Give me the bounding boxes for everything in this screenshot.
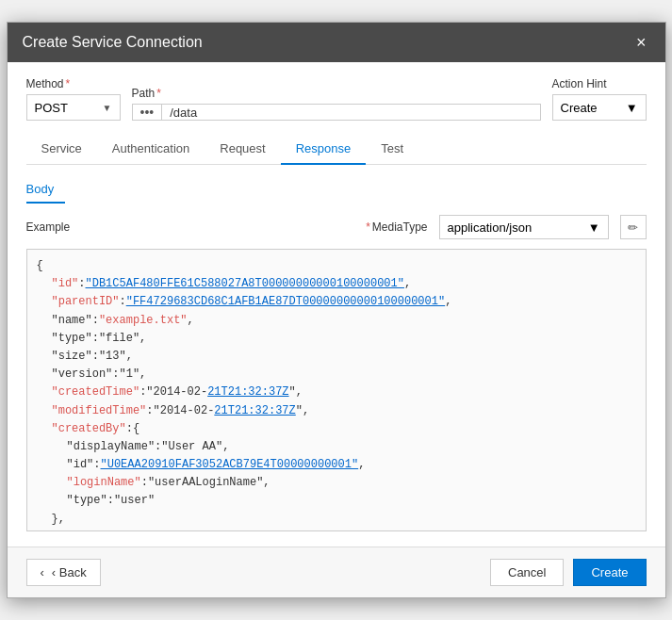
json-line: }, (52, 511, 636, 529)
json-container: { "id":"DB1C5AF480FFE61C588027A8T0000000… (26, 249, 647, 531)
back-button[interactable]: ‹ ‹ Back (26, 559, 101, 586)
tab-test[interactable]: Test (366, 134, 418, 165)
json-line: "createdBy":{ (52, 420, 636, 438)
method-group: Method * POST ▼ (26, 77, 121, 121)
json-line: "displayName":"User AA", (67, 438, 636, 456)
path-group: Path * ••• (132, 87, 541, 121)
dialog-footer: ‹ ‹ Back Cancel Create (8, 547, 665, 597)
json-line: "ownedBy":{ (52, 529, 636, 531)
json-line: "name":"example.txt", (52, 312, 636, 330)
json-line: "id":"DB1C5AF480FFE61C588027A8T000000000… (52, 275, 636, 293)
method-label: Method * (26, 77, 121, 90)
dialog-header: Create Service Connection × (8, 23, 665, 62)
dialog-title: Create Service Connection (23, 34, 203, 51)
action-hint-select[interactable]: Create ▼ (552, 94, 647, 121)
action-hint-group: Action Hint Create ▼ (552, 77, 647, 121)
footer-right: Cancel Create (490, 559, 647, 586)
path-required: * (156, 87, 161, 100)
json-line: "type":"user" (67, 492, 636, 510)
cancel-button[interactable]: Cancel (490, 559, 564, 586)
method-select[interactable]: POST ▼ (26, 94, 121, 121)
json-line: "id":"U0EAA20910FAF3052ACB79E4T000000000… (67, 456, 636, 474)
media-type-label: * MediaType (366, 220, 427, 234)
json-line: "type":"file", (52, 330, 636, 348)
create-button[interactable]: Create (573, 559, 646, 586)
sub-tabs: Body (26, 176, 647, 204)
json-editor[interactable]: { "id":"DB1C5AF480FFE61C588027A8T0000000… (26, 249, 647, 531)
action-hint-label: Action Hint (552, 77, 647, 90)
media-type-arrow-icon: ▼ (588, 220, 600, 235)
action-hint-arrow-icon: ▼ (626, 101, 638, 115)
path-row: ••• (132, 104, 541, 121)
tab-request[interactable]: Request (205, 134, 280, 165)
path-dots-button[interactable]: ••• (133, 105, 163, 120)
tab-response[interactable]: Response (281, 134, 367, 165)
json-line: "version":"1", (52, 366, 636, 383)
json-line: "size":"13", (52, 348, 636, 366)
media-type-row: Example * MediaType application/json ▼ ✏ (26, 215, 647, 239)
example-label: Example (26, 220, 71, 234)
json-line: "createdTime":"2014-02-21T21:32:37Z", (52, 383, 636, 401)
media-type-select[interactable]: application/json ▼ (439, 215, 609, 239)
json-line: { (37, 257, 636, 275)
json-line: "loginName":"userAALoginName", (67, 474, 636, 492)
path-input[interactable] (162, 106, 539, 120)
content-area: Example * MediaType application/json ▼ ✏… (26, 215, 647, 531)
method-arrow-icon: ▼ (103, 103, 112, 113)
sub-tab-body[interactable]: Body (26, 176, 66, 204)
edit-button[interactable]: ✏ (620, 215, 647, 239)
close-button[interactable]: × (632, 34, 650, 51)
form-row: Method * POST ▼ Path * ••• (26, 77, 647, 121)
dialog-body: Method * POST ▼ Path * ••• (8, 62, 665, 547)
tab-service[interactable]: Service (26, 134, 97, 165)
main-tabs: Service Authentication Request Response … (26, 134, 647, 165)
create-service-connection-dialog: Create Service Connection × Method * POS… (7, 22, 666, 598)
json-line: "parentID":"FF4729683CD68C1AFB1AE87DT000… (52, 293, 636, 311)
json-line: "modifiedTime":"2014-02-21T21:32:37Z", (52, 402, 636, 420)
method-required: * (66, 77, 71, 90)
media-type-required: * (366, 220, 370, 234)
back-arrow-icon: ‹ (41, 565, 44, 579)
tab-authentication[interactable]: Authentication (97, 134, 205, 165)
path-label: Path * (132, 87, 541, 100)
